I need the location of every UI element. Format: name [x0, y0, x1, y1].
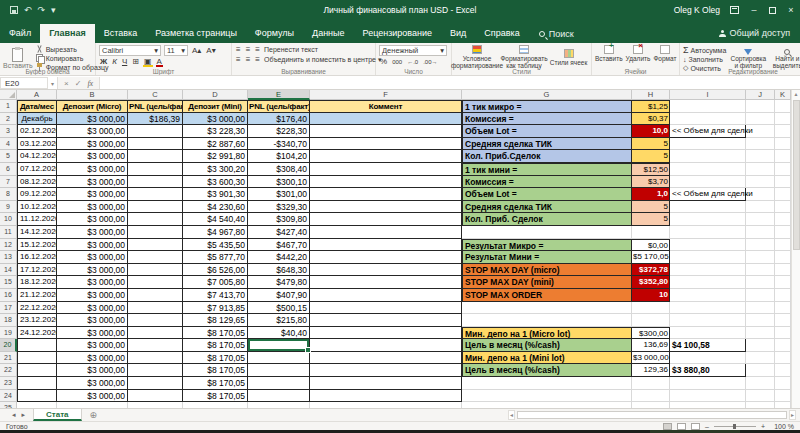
cancel-entry-icon[interactable]: ×: [64, 79, 69, 88]
cell-F1[interactable]: Коммент: [310, 100, 462, 113]
cell-G18[interactable]: [462, 314, 632, 327]
column-header-K[interactable]: K: [775, 90, 791, 100]
cell-I15[interactable]: [670, 276, 746, 289]
cell-J15[interactable]: [746, 276, 775, 289]
cell-C6[interactable]: [128, 163, 183, 176]
cell-F2[interactable]: [310, 113, 462, 126]
wrap-text-button[interactable]: Перенести текст: [264, 46, 318, 53]
cell-B2[interactable]: $3 000,00: [57, 113, 128, 126]
cell-A20[interactable]: [17, 339, 57, 352]
cell-I14[interactable]: [670, 264, 746, 277]
user-name[interactable]: Oleg K Oleg: [674, 5, 720, 15]
cell-H19[interactable]: $300,00: [632, 327, 670, 340]
cell-E18[interactable]: $215,80: [248, 314, 310, 327]
cell-J19[interactable]: [746, 327, 775, 340]
cell-G14[interactable]: STOP MAX DAY (micro): [462, 264, 632, 277]
cell-K20[interactable]: [775, 339, 791, 352]
cell-C9[interactable]: [128, 201, 183, 214]
cell-A10[interactable]: 11.12.2020: [17, 213, 57, 226]
cell-C4[interactable]: [128, 138, 183, 151]
cell-I6[interactable]: [670, 163, 746, 176]
cell-G13[interactable]: Результат Мини =: [462, 251, 632, 264]
cell-B7[interactable]: $3 000,00: [57, 176, 128, 189]
row-header-12[interactable]: 12: [0, 239, 17, 252]
cell-J12[interactable]: [746, 239, 775, 252]
cell-J2[interactable]: [746, 113, 775, 126]
row-header-7[interactable]: 7: [0, 176, 17, 189]
cell-B22[interactable]: $3 000,00: [57, 364, 128, 377]
cell-F24[interactable]: [310, 390, 462, 403]
cell-B12[interactable]: $3 000,00: [57, 239, 128, 252]
column-header-F[interactable]: F: [310, 90, 462, 100]
cell-D8[interactable]: $3 901,30: [183, 188, 248, 201]
cell-I16[interactable]: [670, 289, 746, 302]
cell-D23[interactable]: $8 170,05: [183, 377, 248, 390]
column-header-I[interactable]: I: [670, 90, 746, 100]
cell-J9[interactable]: [746, 201, 775, 214]
row-header-18[interactable]: 18: [0, 314, 17, 327]
cell-I11[interactable]: [670, 226, 746, 239]
paste-button[interactable]: Вставить: [3, 48, 33, 69]
cell-G1[interactable]: 1 тик микро =: [462, 100, 632, 113]
cell-I22[interactable]: $3 880,80: [670, 364, 746, 377]
row-header-14[interactable]: 14: [0, 264, 17, 277]
cell-E10[interactable]: $309,80: [248, 213, 310, 226]
cell-G15[interactable]: STOP MAX DAY (mini): [462, 276, 632, 289]
row-header-13[interactable]: 13: [0, 251, 17, 264]
format-cells-button[interactable]: Формат: [653, 45, 676, 62]
cell-D15[interactable]: $7 005,80: [183, 276, 248, 289]
row-header-4[interactable]: 4: [0, 138, 17, 151]
zoom-out-icon[interactable]: –: [705, 423, 709, 430]
cell-I20[interactable]: $4 100,58: [670, 339, 746, 352]
cell-F15[interactable]: [310, 276, 462, 289]
cell-A12[interactable]: 15.12.2020: [17, 239, 57, 252]
cell-J7[interactable]: [746, 176, 775, 189]
cell-F13[interactable]: [310, 251, 462, 264]
insert-cells-button[interactable]: Вставить: [595, 45, 623, 62]
cell-A23[interactable]: [17, 377, 57, 390]
cell-I17[interactable]: [670, 302, 746, 315]
cell-H6[interactable]: $12,50: [632, 163, 670, 176]
page-layout-view-icon[interactable]: [677, 423, 686, 430]
cell-B6[interactable]: $3 000,00: [57, 163, 128, 176]
row-header-2[interactable]: 2: [0, 113, 17, 126]
cell-G17[interactable]: [462, 302, 632, 315]
scroll-up-icon[interactable]: ▲: [794, 90, 799, 98]
format-as-table-button[interactable]: Форматировать как таблицу: [502, 45, 546, 69]
cell-D10[interactable]: $4 540,40: [183, 213, 248, 226]
cell-F19[interactable]: [310, 327, 462, 340]
cell-E9[interactable]: $329,30: [248, 201, 310, 214]
cell-G5[interactable]: Кол. Приб.Сделок: [462, 150, 632, 163]
cell-I9[interactable]: [670, 201, 746, 214]
cell-D19[interactable]: $8 170,05: [183, 327, 248, 340]
cell-F16[interactable]: [310, 289, 462, 302]
minimize-button[interactable]: –: [749, 5, 759, 15]
save-icon[interactable]: [10, 6, 18, 14]
cell-G2[interactable]: Комиссия =: [462, 113, 632, 126]
cell-A18[interactable]: 23.12.2020: [17, 314, 57, 327]
row-header-6[interactable]: 6: [0, 163, 17, 176]
cell-D3[interactable]: $3 228,30: [183, 125, 248, 138]
cell-styles-button[interactable]: Стили ячеек: [549, 49, 588, 66]
row-header-8[interactable]: 8: [0, 188, 17, 201]
cell-K3[interactable]: [775, 125, 791, 138]
quick-access-customize-icon[interactable]: ▾: [51, 5, 56, 15]
cell-J18[interactable]: [746, 314, 775, 327]
formula-input[interactable]: [100, 77, 800, 89]
cell-J3[interactable]: [746, 125, 775, 138]
cell-F23[interactable]: [310, 377, 462, 390]
cell-K10[interactable]: [775, 213, 791, 226]
zoom-slider[interactable]: [714, 426, 756, 427]
cell-F18[interactable]: [310, 314, 462, 327]
cell-I12[interactable]: [670, 239, 746, 252]
cell-C7[interactable]: [128, 176, 183, 189]
percent-style-button[interactable]: %: [379, 57, 388, 66]
cell-F8[interactable]: [310, 188, 462, 201]
cell-D1[interactable]: Депозит (Mini): [183, 100, 248, 113]
ribbon-display-options-icon[interactable]: [730, 6, 739, 14]
row-header-24[interactable]: 24: [0, 390, 17, 403]
undo-icon[interactable]: ↶: [24, 5, 32, 15]
cell-K7[interactable]: [775, 176, 791, 189]
cell-K23[interactable]: [775, 377, 791, 390]
scroll-left-icon[interactable]: ◂: [508, 410, 515, 420]
